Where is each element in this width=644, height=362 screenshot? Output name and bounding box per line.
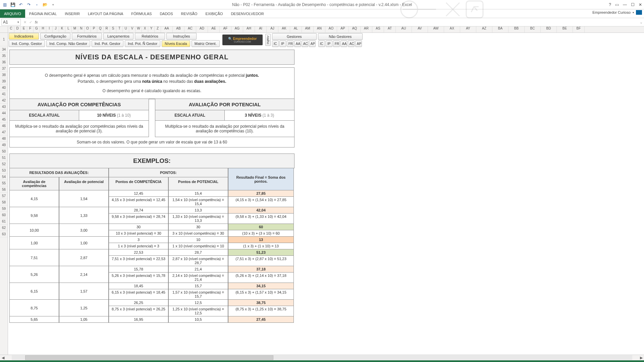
macro-matriz-orient-[interactable]: Matriz Orient. <box>192 40 220 47</box>
col-header[interactable]: H <box>40 26 46 33</box>
col-header[interactable]: AA <box>161 26 173 33</box>
short-fr-0[interactable]: FR <box>287 41 293 47</box>
row-header[interactable]: 42 <box>0 97 8 104</box>
short-ip-1[interactable]: IP <box>326 41 332 47</box>
short-ip-0[interactable]: IP <box>279 41 286 47</box>
gestores-button[interactable]: Gestores <box>272 33 317 40</box>
cell-area[interactable]: IndicadoresConfiguraçãoFormuláriosLançam… <box>8 33 644 355</box>
col-header[interactable]: Z <box>155 26 161 33</box>
select-all-corner[interactable] <box>0 26 8 33</box>
qat-dropdown-icon[interactable]: ▾ <box>50 2 56 7</box>
row-header[interactable]: 38 <box>0 72 8 78</box>
col-header[interactable]: AE <box>208 26 220 33</box>
row-header[interactable]: 57 <box>0 193 8 199</box>
macro-n-veis-escala[interactable]: Níveis Escala <box>162 40 190 47</box>
row-header[interactable]: 49 <box>0 142 8 148</box>
col-header[interactable]: C <box>8 26 14 33</box>
col-header[interactable]: AL <box>290 26 302 33</box>
short-ac-1[interactable]: AC <box>348 41 355 47</box>
row-header[interactable]: 39 <box>0 78 8 84</box>
macro-ind-comp-n-o-gestor[interactable]: Ind. Comp. Não Gestor <box>46 40 90 47</box>
ribbon-tab-dados[interactable]: DADOS <box>156 9 177 18</box>
col-header[interactable]: AM <box>302 26 314 33</box>
col-header[interactable]: AF <box>220 26 231 33</box>
col-header[interactable]: AJ <box>267 26 278 33</box>
col-header[interactable]: AN <box>314 26 325 33</box>
short-ac-0[interactable]: AC <box>302 41 308 47</box>
macro-lan-amentos[interactable]: Lançamentos <box>103 33 133 40</box>
ribbon-tab-fórmulas[interactable]: FÓRMULAS <box>127 9 156 18</box>
short-aa-1[interactable]: AA <box>340 41 347 47</box>
row-header[interactable]: 48 <box>0 135 8 142</box>
row-header[interactable]: 44 <box>0 110 8 116</box>
col-header[interactable]: Y <box>148 26 155 33</box>
col-header[interactable]: R <box>104 26 110 33</box>
col-header[interactable]: D <box>14 26 21 33</box>
save-icon[interactable]: 💾 <box>10 2 15 7</box>
col-header[interactable]: AO <box>325 26 337 33</box>
row-header[interactable]: 53 <box>0 167 8 174</box>
scroll-thumb[interactable] <box>25 355 273 360</box>
formula-expand-icon[interactable]: ⌄ <box>640 20 643 24</box>
col-header[interactable]: BC <box>525 26 541 33</box>
col-header[interactable]: AG <box>231 26 243 33</box>
undo-icon[interactable]: ↶ <box>18 2 23 7</box>
row-header[interactable]: 40 <box>0 84 8 91</box>
short-aa-0[interactable]: AA <box>294 41 301 47</box>
col-header[interactable]: AT <box>384 26 396 33</box>
row-header[interactable]: 55 <box>0 180 8 186</box>
name-box[interactable]: A1 ▾ <box>1 19 21 25</box>
col-header[interactable]: N <box>78 26 85 33</box>
macro-instru-es[interactable]: Instruções <box>166 33 197 40</box>
scroll-right-icon[interactable]: ▶ <box>638 356 644 360</box>
col-header[interactable]: T <box>116 26 123 33</box>
col-header[interactable]: BE <box>557 26 573 33</box>
macro-relat-rios[interactable]: Relatórios <box>135 33 165 40</box>
macro-configura-o[interactable]: Configuração <box>40 33 70 40</box>
avatar[interactable] <box>636 10 642 15</box>
col-header[interactable]: AW <box>428 26 444 33</box>
col-header[interactable]: AI <box>255 26 267 33</box>
col-header[interactable]: V <box>129 26 136 33</box>
account-dropdown-icon[interactable]: ▾ <box>633 11 634 14</box>
row-header[interactable]: 46 <box>0 123 8 129</box>
col-header[interactable]: AB <box>173 26 184 33</box>
row-header[interactable]: 61 <box>0 218 8 225</box>
col-header[interactable]: X <box>142 26 148 33</box>
ribbon-tab-inserir[interactable]: INSERIR <box>61 9 84 18</box>
open-icon[interactable]: 📂 <box>42 2 48 7</box>
short-ap-0[interactable]: AP <box>309 41 316 47</box>
ribbon-tab-página-inicial[interactable]: PÁGINA INICIAL <box>25 9 61 18</box>
col-header[interactable]: G <box>34 26 40 33</box>
col-header[interactable]: AH <box>243 26 255 33</box>
col-header[interactable]: P <box>91 26 97 33</box>
scroll-left-icon[interactable]: ◀ <box>0 356 6 360</box>
row-header[interactable]: 43 <box>0 104 8 110</box>
macro-formul-rios[interactable]: Formulários <box>72 33 102 40</box>
ribbon-collapse-icon[interactable]: ▭ <box>615 2 619 7</box>
name-box-dropdown-icon[interactable]: ▾ <box>17 20 19 24</box>
short-ic-0[interactable]: IC <box>272 41 279 47</box>
formula-input[interactable] <box>41 19 643 25</box>
maximize-icon[interactable]: ☐ <box>631 2 635 7</box>
row-header[interactable]: 59 <box>0 205 8 212</box>
col-header[interactable]: BA <box>492 26 508 33</box>
col-header[interactable]: M <box>72 26 78 33</box>
short-fr-1[interactable]: FR <box>333 41 340 47</box>
macro-ind-pot-gestor[interactable]: Ind. Pot. Gestor <box>92 40 123 47</box>
row-header[interactable]: 62 <box>0 225 8 231</box>
fx-icon[interactable]: fx <box>35 20 38 24</box>
col-header[interactable]: S <box>110 26 116 33</box>
ribbon-tab-desenvolvedor[interactable]: DESENVOLVEDOR <box>227 9 268 18</box>
col-header[interactable]: O <box>85 26 91 33</box>
col-header[interactable]: AU <box>396 26 412 33</box>
redo-icon[interactable]: ↷ <box>26 2 32 7</box>
row-header[interactable]: 56 <box>0 186 8 193</box>
col-header[interactable]: AC <box>184 26 196 33</box>
col-header[interactable]: AS <box>372 26 384 33</box>
col-header[interactable]: L <box>65 26 72 33</box>
ribbon-tab-exibição[interactable]: EXIBIÇÃO <box>201 9 227 18</box>
row-header[interactable]: 47 <box>0 129 8 135</box>
col-header[interactable]: K <box>59 26 65 33</box>
col-header[interactable]: BB <box>508 26 525 33</box>
